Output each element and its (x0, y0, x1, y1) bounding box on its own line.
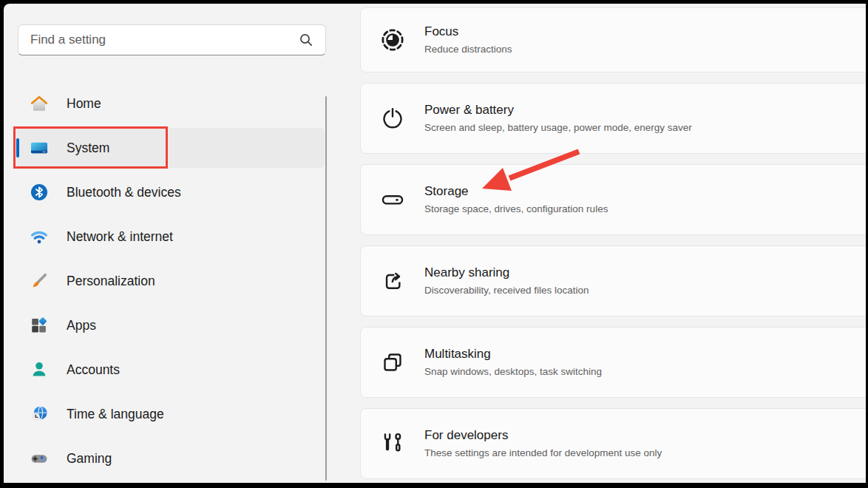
sidebar-item-personalization[interactable]: Personalization (16, 261, 325, 301)
sidebar-item-system[interactable]: System (16, 128, 325, 168)
card-subtitle: Snap windows, desktops, task switching (424, 366, 602, 378)
sidebar-scrollbar[interactable] (325, 96, 327, 481)
search-input[interactable] (18, 33, 297, 47)
card-focus[interactable]: Focus Reduce distractions (360, 7, 866, 72)
sidebar-item-accounts[interactable]: Accounts (16, 350, 325, 390)
power-icon (380, 106, 405, 131)
card-title: Focus (424, 24, 512, 39)
accent-pill (16, 138, 19, 157)
sidebar-item-label: Personalization (67, 274, 155, 289)
sidebar-item-home[interactable]: Home (16, 84, 325, 123)
for-developers-icon (380, 431, 405, 456)
card-title: Nearby sharing (424, 265, 589, 280)
sidebar-item-label: Network & internet (67, 229, 173, 245)
accounts-icon (30, 360, 49, 379)
bluetooth-icon (30, 183, 49, 202)
personalization-icon (30, 271, 49, 291)
card-subtitle: Screen and sleep, battery usage, power m… (424, 122, 692, 134)
card-subtitle: Discoverability, received files location (424, 285, 589, 296)
card-title: Multitasking (424, 347, 602, 362)
sidebar-item-apps[interactable]: Apps (16, 305, 325, 345)
sidebar-nav: Home System Bluetooth & devices (16, 84, 325, 483)
sidebar-item-gaming[interactable]: Gaming (16, 438, 325, 478)
card-title: For developers (424, 428, 662, 443)
sidebar-item-label: Accounts (67, 362, 120, 378)
card-nearby-sharing[interactable]: Nearby sharing Discoverability, received… (360, 245, 866, 316)
card-subtitle: Storage space, drives, configuration rul… (424, 203, 608, 215)
sidebar-item-label: Home (67, 96, 101, 112)
card-title: Power & battery (424, 103, 692, 118)
settings-window: Home System Bluetooth & devices (4, 4, 866, 483)
sidebar-item-label: Gaming (67, 451, 112, 467)
sidebar-item-label: Apps (67, 318, 96, 333)
multitasking-icon (380, 350, 405, 375)
sidebar-item-label: System (67, 140, 109, 156)
focus-icon (380, 27, 405, 52)
card-multitasking[interactable]: Multitasking Snap windows, desktops, tas… (360, 327, 866, 398)
card-title: Storage (424, 184, 608, 199)
sidebar-item-time-language[interactable]: Time & language (16, 394, 325, 434)
card-subtitle: Reduce distractions (424, 44, 512, 55)
home-icon (30, 94, 49, 113)
card-power-battery[interactable]: Power & battery Screen and sleep, batter… (360, 83, 866, 154)
card-subtitle: These settings are intended for developm… (424, 447, 662, 459)
search-icon[interactable] (297, 31, 315, 49)
card-for-developers[interactable]: For developers These settings are intend… (360, 408, 866, 479)
network-icon (30, 227, 49, 246)
time-language-icon (30, 404, 49, 424)
apps-icon (30, 316, 49, 335)
sidebar-item-bluetooth-devices[interactable]: Bluetooth & devices (16, 172, 325, 212)
nearby-sharing-icon (380, 268, 405, 294)
search-box[interactable] (18, 24, 326, 55)
system-icon (30, 138, 49, 157)
gaming-icon (30, 449, 49, 468)
storage-icon (380, 187, 405, 212)
sidebar-item-network-internet[interactable]: Network & internet (16, 217, 325, 257)
card-storage[interactable]: Storage Storage space, drives, configura… (360, 164, 866, 235)
sidebar-item-label: Bluetooth & devices (67, 185, 181, 200)
sidebar-item-label: Time & language (67, 407, 164, 422)
